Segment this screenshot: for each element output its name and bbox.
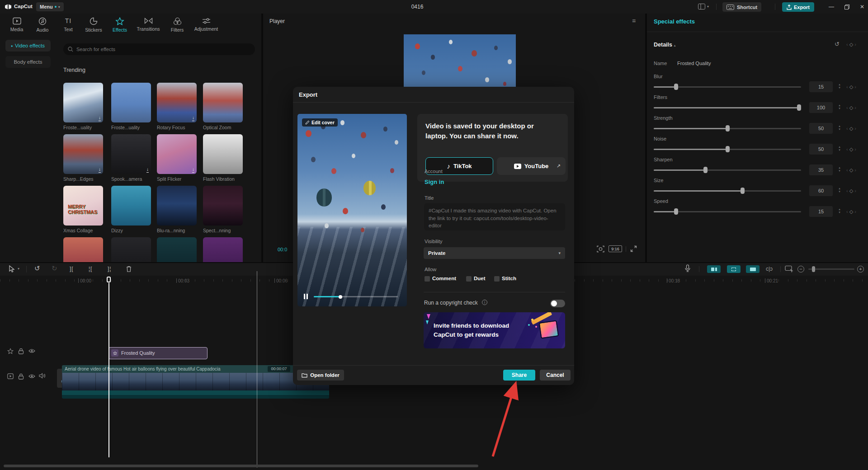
stepper[interactable]: ▴▾ bbox=[836, 103, 843, 110]
delete-right-icon[interactable]: ]¦ bbox=[108, 266, 111, 272]
tab-effects[interactable]: Effects bbox=[106, 17, 133, 33]
zoom-in-icon[interactable]: + bbox=[857, 266, 864, 273]
sign-in-link[interactable]: Sign in bbox=[425, 179, 444, 185]
minimize-button[interactable]: — bbox=[825, 0, 838, 14]
trash-icon[interactable] bbox=[126, 265, 132, 273]
category-video-effects[interactable]: ▸ Video effects bbox=[5, 40, 51, 52]
effect-card[interactable]: MERRYCHRISTMAS Xmas Collage bbox=[63, 186, 103, 226]
slider-filters[interactable] bbox=[654, 107, 801, 108]
timeline-scrollbar[interactable] bbox=[4, 465, 478, 467]
smart-tool-icon[interactable] bbox=[727, 265, 741, 273]
timeline-zoom-slider[interactable] bbox=[808, 268, 854, 270]
close-button[interactable]: ✕ bbox=[855, 0, 868, 14]
cover-preview[interactable]: Edit cover bbox=[297, 114, 407, 306]
keyframe-control[interactable]: ‹ ◇ › bbox=[846, 146, 856, 152]
slider-value-filters[interactable]: 100 bbox=[809, 102, 833, 113]
shortcut-button[interactable]: Shortcut bbox=[722, 2, 761, 12]
eye-icon[interactable] bbox=[28, 374, 35, 379]
open-folder-button[interactable]: Open folder bbox=[297, 370, 344, 381]
stepper[interactable]: ▴▾ bbox=[836, 124, 843, 131]
keyframe-diamond-icon[interactable]: ◇ bbox=[849, 42, 853, 47]
slider-value-sharpen[interactable]: 35 bbox=[809, 164, 833, 175]
slider-knob[interactable] bbox=[726, 125, 730, 132]
slider-value-strength[interactable]: 50 bbox=[809, 123, 833, 134]
effect-card[interactable]: ↓ Froste...uality bbox=[63, 83, 103, 122]
select-tool-chevron-icon[interactable]: ▾ bbox=[18, 267, 19, 271]
slider-value-noise[interactable]: 50 bbox=[809, 144, 833, 155]
stepper[interactable]: ▴▾ bbox=[836, 166, 843, 172]
undo-icon[interactable]: ↺ bbox=[34, 264, 40, 273]
effect-card[interactable]: Blu-ra...nning bbox=[157, 186, 197, 226]
effect-card[interactable] bbox=[63, 237, 103, 262]
effect-card[interactable]: Spect...nning bbox=[203, 186, 243, 226]
slider-value-speed[interactable]: 15 bbox=[809, 206, 833, 217]
slider-speed[interactable] bbox=[654, 211, 801, 212]
speaker-icon[interactable] bbox=[39, 373, 45, 379]
link-tool-icon[interactable] bbox=[746, 265, 760, 273]
split-preview-icon[interactable]: c|ɔ bbox=[766, 266, 773, 272]
cancel-button[interactable]: Cancel bbox=[540, 370, 571, 381]
stepper[interactable]: ▴▾ bbox=[836, 187, 843, 193]
effect-card[interactable] bbox=[111, 237, 151, 262]
pause-icon-bar2[interactable] bbox=[307, 294, 308, 299]
keyframe-control[interactable]: ‹ ◇ › bbox=[846, 209, 856, 215]
tab-filters[interactable]: Filters bbox=[164, 17, 191, 33]
comment-checkbox[interactable] bbox=[425, 276, 430, 282]
search-box[interactable] bbox=[63, 43, 255, 55]
video-clip[interactable]: Aerial drone video of famous Hot air bal… bbox=[62, 365, 329, 399]
copyright-toggle[interactable] bbox=[550, 300, 565, 307]
microphone-icon[interactable] bbox=[684, 264, 691, 273]
zoom-slider-knob[interactable] bbox=[812, 266, 815, 272]
keyframe-control[interactable]: ‹ ◇ › bbox=[846, 188, 856, 194]
tab-stickers[interactable]: Stickers bbox=[80, 17, 107, 33]
playhead-handle[interactable] bbox=[107, 277, 111, 282]
search-input[interactable] bbox=[76, 47, 248, 52]
youtube-share-button[interactable]: YouTube ↗ bbox=[497, 157, 566, 175]
slider-strength[interactable] bbox=[654, 128, 801, 129]
tab-audio[interactable]: Audio bbox=[29, 17, 56, 33]
slider-value-blur[interactable]: 15 bbox=[809, 81, 833, 92]
effect-card[interactable] bbox=[203, 237, 243, 262]
slider-value-size[interactable]: 60 bbox=[809, 185, 833, 196]
effect-card[interactable]: Flash Vibration bbox=[203, 134, 243, 174]
duet-checkbox[interactable] bbox=[466, 276, 472, 282]
auto-remove-tool-icon[interactable] bbox=[707, 265, 721, 273]
keyframe-nav[interactable]: ‹ ◇ › bbox=[846, 42, 856, 47]
share-button[interactable]: Share bbox=[503, 370, 535, 381]
player-menu-icon[interactable]: ≡ bbox=[632, 17, 636, 24]
slider-knob[interactable] bbox=[726, 146, 730, 152]
tab-text[interactable]: TI Text bbox=[55, 17, 82, 32]
edit-cover-button[interactable]: Edit cover bbox=[302, 118, 338, 127]
zoom-out-icon[interactable]: − bbox=[797, 266, 804, 273]
effect-card[interactable]: Optical Zoom bbox=[203, 83, 243, 122]
tab-adjustment[interactable]: Adjustment bbox=[190, 17, 222, 32]
layout-chevron-icon[interactable]: ▾ bbox=[707, 5, 709, 9]
menu-button[interactable]: Menu ▾ bbox=[36, 2, 64, 11]
reset-icon[interactable]: ↺ bbox=[835, 41, 840, 47]
keyframe-control[interactable]: ‹ ◇ › bbox=[846, 84, 856, 90]
slider-knob[interactable] bbox=[741, 188, 745, 194]
slider-knob[interactable] bbox=[674, 84, 678, 90]
preview-quality-icon[interactable] bbox=[597, 245, 604, 253]
invite-banner[interactable]: Invite friends to download CapCut to get… bbox=[424, 312, 565, 348]
slider-sharpen[interactable] bbox=[654, 169, 801, 171]
progress-knob[interactable] bbox=[339, 295, 342, 299]
maximize-button[interactable] bbox=[840, 0, 854, 14]
export-button[interactable]: Export bbox=[782, 2, 814, 12]
delete-left-icon[interactable]: ¦[ bbox=[89, 266, 92, 272]
keyframe-control[interactable]: ‹ ◇ › bbox=[846, 126, 856, 132]
layout-panels-icon[interactable] bbox=[698, 4, 705, 9]
stepper[interactable]: ▴▾ bbox=[836, 145, 843, 151]
lock-icon[interactable] bbox=[18, 373, 24, 380]
visibility-dropdown[interactable]: Private ▾ bbox=[424, 247, 565, 259]
eye-icon[interactable] bbox=[28, 348, 35, 353]
title-textarea[interactable] bbox=[424, 203, 565, 230]
category-body-effects[interactable]: Body effects bbox=[5, 56, 51, 68]
keyframe-control[interactable]: ‹ ◇ › bbox=[846, 105, 856, 111]
effect-card[interactable]: ↓ Split Flicker bbox=[157, 134, 197, 174]
slider-knob[interactable] bbox=[703, 167, 708, 173]
slider-knob[interactable] bbox=[674, 208, 678, 215]
fullscreen-icon[interactable] bbox=[630, 245, 637, 252]
slider-blur[interactable] bbox=[654, 86, 801, 88]
keyframe-control[interactable]: ‹ ◇ › bbox=[846, 167, 856, 173]
